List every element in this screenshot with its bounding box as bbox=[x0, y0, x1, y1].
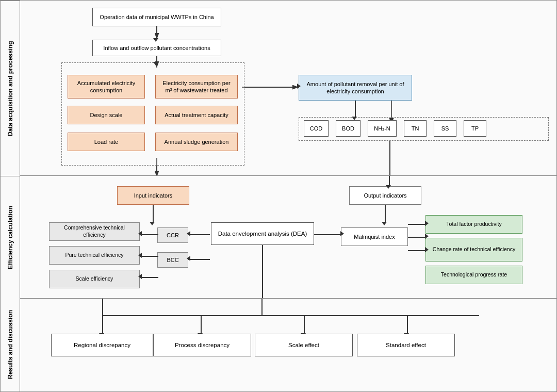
arrowhead-ccr-comp bbox=[138, 231, 142, 236]
standard-box: Standard effect bbox=[357, 334, 455, 356]
ccr-box: CCR bbox=[157, 227, 188, 243]
arrow-pollutant-cod bbox=[355, 101, 356, 118]
arrowhead-malm-tech bbox=[425, 247, 429, 252]
h-line-results bbox=[103, 315, 479, 316]
ss-box: SS bbox=[434, 120, 456, 137]
main-container: Data acquisition and processing Efficien… bbox=[0, 0, 557, 392]
comprehensive-box: Comprehensive technical efficiency bbox=[49, 222, 140, 241]
arrow-malm-tech bbox=[408, 250, 427, 251]
arrowhead-malm-change bbox=[425, 234, 429, 239]
arrowhead-malm-total bbox=[425, 221, 429, 226]
arrowhead-bcc-scale bbox=[138, 274, 142, 279]
section1: Operation data of municipal WWTPs in Chi… bbox=[20, 1, 556, 176]
arrow-center-in bbox=[261, 299, 263, 316]
arrow-standard bbox=[407, 315, 408, 335]
input-indicators-box: Input indicators bbox=[117, 186, 189, 205]
arrow-scale-eff bbox=[304, 315, 305, 335]
arrow-malm-change bbox=[408, 237, 427, 238]
arrowhead-dea-bcc bbox=[187, 256, 190, 261]
section1-label: Data acquisition and processing bbox=[1, 1, 20, 176]
top-box: Operation data of municipal WWTPs in Chi… bbox=[92, 8, 221, 26]
arrow-process bbox=[201, 315, 202, 335]
arrowhead-output-dea bbox=[382, 222, 387, 225]
nh3n-box: NH₃-N bbox=[368, 120, 397, 137]
arrow-cod-output bbox=[389, 141, 390, 176]
process-box: Process discrepancy bbox=[153, 334, 251, 356]
arrowhead-dea-malmquist bbox=[340, 231, 344, 236]
section2-label: Efficiency calculation bbox=[1, 176, 20, 299]
arrow-dea-bcc bbox=[188, 259, 210, 260]
change-rate-box: Change rate of technical efficiency bbox=[425, 238, 522, 262]
section2: Input indicators Output indicators Data … bbox=[20, 176, 556, 299]
bcc-box: BCC bbox=[157, 252, 188, 268]
arrow-dea-malmquist bbox=[314, 234, 342, 235]
inflow-box: Inflow and outflow pollutant concentrati… bbox=[92, 40, 221, 56]
scale-effect-box: Scale effect bbox=[255, 334, 353, 356]
arrowhead-inflow-dashed bbox=[153, 62, 158, 66]
arrowhead-dea-ccr bbox=[187, 231, 190, 236]
cod-box: COD bbox=[304, 120, 329, 137]
output-indicators-box: Output indicators bbox=[349, 186, 421, 205]
annual-sludge-box: Annual sludge generation bbox=[155, 133, 238, 151]
pollutant-removal-box: Amount of pollutant removal per unit of … bbox=[299, 75, 412, 101]
arrow-bcc-pure bbox=[140, 256, 158, 257]
side-labels: Data acquisition and processing Efficien… bbox=[1, 1, 20, 391]
tp-box: TP bbox=[464, 120, 486, 137]
total-factor-box: Total factor productivity bbox=[425, 215, 522, 234]
arrow-dea-ccr bbox=[188, 234, 210, 235]
arrowhead-pollutant bbox=[297, 84, 301, 89]
acc-elec-box: Accumulated electricity consumption bbox=[68, 75, 145, 99]
arrow-dea-s3 bbox=[262, 245, 263, 299]
dea-box: Data envelopment analysis (DEA) bbox=[211, 222, 314, 245]
section3: Regional discrepancy Process discrepancy… bbox=[20, 299, 556, 391]
arrow-left-in bbox=[102, 299, 103, 316]
arrow-input-dea bbox=[153, 205, 154, 223]
scale-efficiency-box: Scale efficiency bbox=[49, 270, 140, 288]
actual-treatment-box: Actual treatment capacity bbox=[155, 106, 238, 124]
arrow-regional bbox=[102, 315, 103, 335]
arrow-s1-s2 bbox=[156, 166, 157, 176]
load-rate-box: Load rate bbox=[68, 133, 145, 151]
arrowhead-cod-s2 bbox=[386, 185, 391, 189]
arrow-output-dea bbox=[385, 205, 386, 223]
tn-box: TN bbox=[404, 120, 427, 137]
arrowhead-input-dea bbox=[150, 222, 155, 225]
section3-label: Results and discussion bbox=[1, 299, 20, 390]
bod-box: BOD bbox=[336, 120, 361, 137]
regional-box: Regional discrepancy bbox=[51, 334, 153, 356]
malmquist-box: Malmquist index bbox=[341, 227, 408, 246]
arrowhead-pollutant-cod bbox=[352, 117, 357, 120]
content-area: Operation data of municipal WWTPs in Chi… bbox=[20, 1, 556, 391]
line-cod-s2 bbox=[389, 176, 390, 186]
arrowhead-top-inflow bbox=[153, 38, 158, 42]
arrow-h-pollutant bbox=[244, 87, 299, 88]
arrow-malm-total bbox=[408, 224, 427, 225]
pure-technical-box: Pure technical efficiency bbox=[49, 246, 140, 265]
design-scale-box: Design scale bbox=[68, 106, 145, 124]
arrowhead-bcc-pure bbox=[138, 253, 142, 258]
elec-m3-box: Electricity consumption per m³ of wastew… bbox=[155, 75, 238, 99]
arrow-bcc-scale bbox=[140, 277, 158, 278]
arrow-ccr-comp bbox=[140, 234, 158, 235]
tech-progress-box: Technological progress rate bbox=[425, 266, 522, 284]
